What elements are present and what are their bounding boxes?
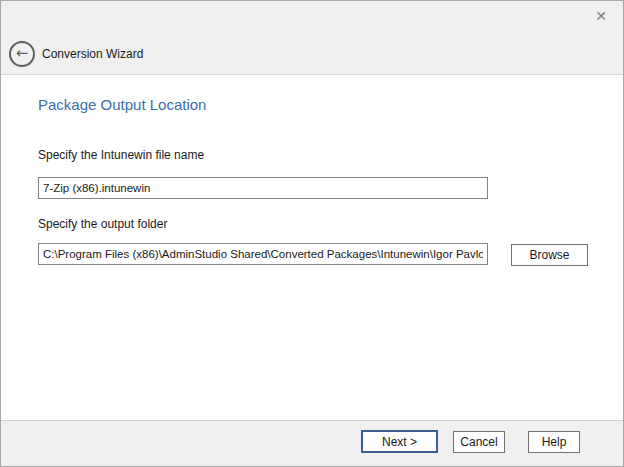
page-title: Package Output Location bbox=[38, 96, 206, 113]
wizard-footer: Next > Cancel Help bbox=[1, 420, 623, 466]
close-icon[interactable]: ✕ bbox=[591, 6, 611, 26]
back-button[interactable]: ← bbox=[9, 41, 35, 67]
browse-button[interactable]: Browse bbox=[511, 244, 588, 266]
wizard-content: Package Output Location Specify the Intu… bbox=[1, 76, 623, 419]
filename-input[interactable] bbox=[38, 177, 488, 199]
wizard-header: ← Conversion Wizard ✕ bbox=[1, 1, 623, 75]
output-folder-label: Specify the output folder bbox=[38, 217, 167, 231]
output-folder-input[interactable] bbox=[38, 243, 488, 265]
wizard-title: Conversion Wizard bbox=[42, 47, 143, 61]
back-arrow-icon: ← bbox=[16, 46, 29, 61]
conversion-wizard-window: ← Conversion Wizard ✕ Package Output Loc… bbox=[0, 0, 624, 467]
help-button[interactable]: Help bbox=[528, 431, 580, 453]
next-button[interactable]: Next > bbox=[361, 430, 438, 453]
filename-label: Specify the Intunewin file name bbox=[38, 148, 204, 162]
cancel-button[interactable]: Cancel bbox=[453, 431, 505, 453]
